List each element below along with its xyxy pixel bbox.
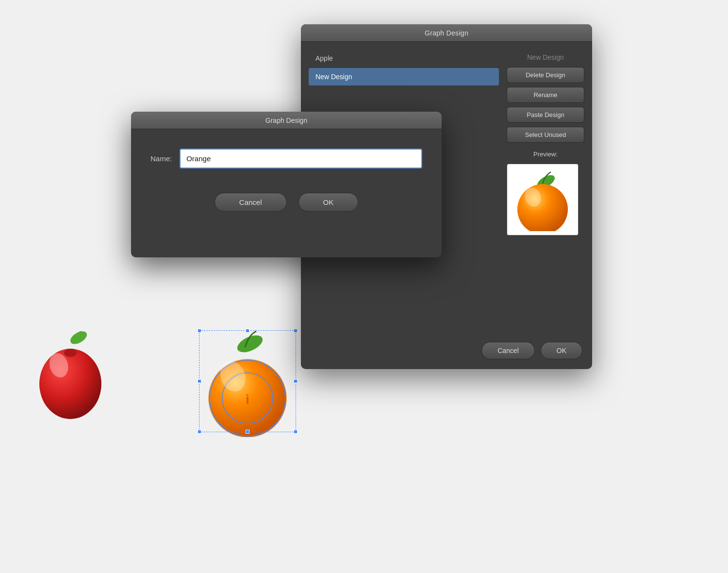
orange-canvas-selected: i <box>194 325 306 442</box>
rename-dialog-titlebar: Graph Design <box>131 112 442 129</box>
rename-cancel-button[interactable]: Cancel <box>215 193 287 212</box>
rename-button[interactable]: Rename <box>507 87 584 103</box>
main-cancel-button[interactable]: Cancel <box>481 342 535 359</box>
preview-box <box>507 164 579 236</box>
apple-fruit-canvas <box>29 330 112 418</box>
name-input[interactable] <box>180 149 422 169</box>
select-unused-button[interactable]: Select Unused <box>507 127 584 143</box>
name-label: Name: <box>150 154 172 163</box>
svg-text:i: i <box>246 392 249 407</box>
svg-point-5 <box>64 349 77 357</box>
svg-point-3 <box>39 349 101 419</box>
delete-design-button[interactable]: Delete Design <box>507 67 584 83</box>
paste-design-button[interactable]: Paste Design <box>507 107 584 123</box>
preview-label: Preview: <box>507 151 584 158</box>
right-panel: New Design Delete Design Rename Paste De… <box>507 50 584 361</box>
rename-dialog-title: Graph Design <box>265 117 307 124</box>
new-design-label: New Design <box>507 50 584 63</box>
name-row: Name: <box>150 149 422 169</box>
svg-point-17 <box>517 184 568 231</box>
main-dialog-titlebar: Graph Design <box>301 24 592 42</box>
rename-dialog: Graph Design Name: Cancel OK <box>131 112 442 257</box>
design-list-item-new-design[interactable]: New Design <box>309 68 499 85</box>
rename-ok-button[interactable]: OK <box>298 193 359 212</box>
main-dialog-footer: Cancel OK <box>481 342 582 359</box>
rename-footer: Cancel OK <box>150 193 422 212</box>
svg-point-1 <box>68 330 89 346</box>
rename-dialog-body: Name: Cancel OK <box>131 129 442 226</box>
main-ok-button[interactable]: OK <box>541 342 582 359</box>
main-dialog-title: Graph Design <box>425 29 468 37</box>
design-list-item-apple[interactable]: Apple <box>309 50 499 67</box>
